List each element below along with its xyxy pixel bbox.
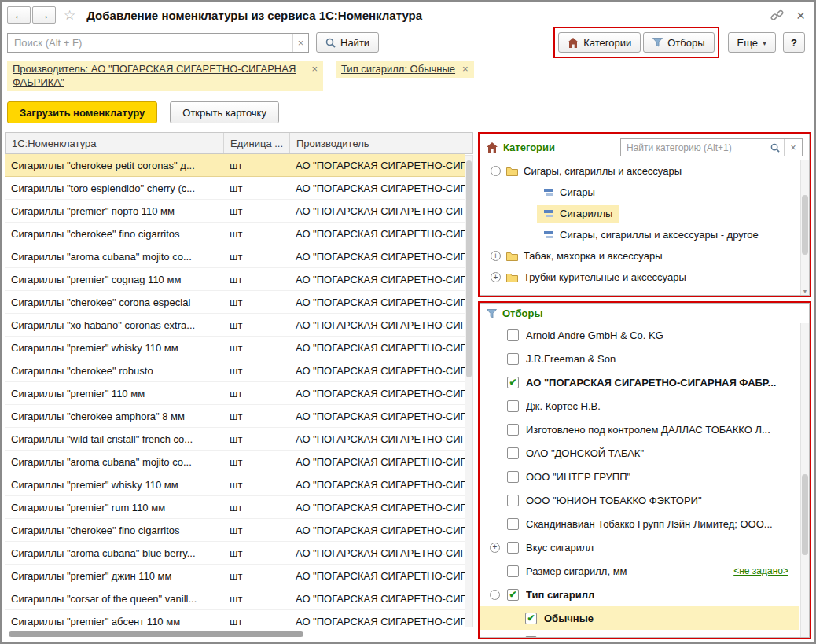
scrollbar-thumb[interactable]: [802, 195, 808, 254]
tree-group-row[interactable]: − Сигары, сигариллы и аксессуары: [480, 160, 799, 182]
checkbox[interactable]: [507, 518, 519, 530]
find-button[interactable]: Найти: [316, 32, 379, 53]
checkbox[interactable]: ✔: [507, 377, 519, 388]
folder-icon: [506, 273, 518, 282]
filters-toggle-button[interactable]: Отборы: [643, 32, 714, 53]
tree-leaf-row[interactable]: Сигариллы: [480, 203, 799, 224]
table-row[interactable]: Сигариллы "premier" whisky 110 мм шт АО …: [5, 473, 465, 496]
filter-row[interactable]: ✔ АО "ПОГАРСКАЯ СИГАРЕТНО-СИГАРНАЯ ФАБР.…: [480, 370, 799, 394]
table-row[interactable]: Сигариллы "cherokee" fino cigarritos шт …: [5, 519, 465, 542]
filter-row[interactable]: Скандинавиан Тобакко Групп Лэйн Лимитед;…: [480, 512, 799, 535]
category-icon: [544, 231, 553, 238]
expander-icon[interactable]: +: [491, 272, 501, 282]
back-button[interactable]: ←: [7, 6, 31, 24]
checkbox[interactable]: [507, 565, 519, 577]
filter-label: Размер сигарилл, мм: [526, 565, 627, 577]
favorite-star-icon[interactable]: ☆: [64, 7, 75, 24]
scrollbar-thumb[interactable]: [9, 631, 303, 637]
table-row[interactable]: Сигариллы "aroma cubana" mojito co... шт…: [5, 245, 465, 268]
load-nomenclature-button[interactable]: Загрузить номенклатуру: [7, 101, 157, 123]
table-row[interactable]: Сигариллы "aroma cubana" mojito co... шт…: [5, 451, 465, 473]
tree-leaf-row[interactable]: Сигары, сигариллы и аксессуары - другое: [480, 224, 799, 245]
more-button[interactable]: Еще ▾: [728, 32, 776, 53]
checkbox[interactable]: [507, 495, 519, 506]
close-button[interactable]: ×: [796, 8, 805, 23]
category-search-icon[interactable]: [766, 139, 784, 156]
checkbox[interactable]: ✔: [525, 613, 537, 624]
checkbox[interactable]: [507, 400, 519, 412]
column-header-unit[interactable]: Единица ...: [224, 133, 290, 153]
filter-row[interactable]: Arnold Andre GmbH & Co. KG: [480, 323, 799, 347]
filter-row[interactable]: J.R.Freeman & Son: [480, 347, 799, 370]
forward-button[interactable]: →: [32, 6, 56, 24]
expander-icon[interactable]: +: [490, 543, 500, 553]
filter-row[interactable]: − ✔ Тип сигарилл: [480, 583, 799, 606]
table-row[interactable]: Сигариллы "toro esplendido" cherry (с...…: [5, 177, 465, 200]
filter-row[interactable]: Размер сигарилл, мм <не задано>: [480, 559, 799, 583]
scrollbar-thumb[interactable]: [466, 160, 472, 377]
table-row[interactable]: Сигариллы "premier" rum 110 мм шт АО "ПО…: [5, 496, 465, 519]
table-row[interactable]: Сигариллы "premier" whisky 110 мм шт АО …: [5, 337, 465, 359]
filter-row[interactable]: С мундштуком: [480, 630, 799, 637]
tree-group-row[interactable]: + Трубки курительные и аксессуары: [480, 267, 799, 288]
cell-unit: шт: [223, 451, 289, 473]
filter-row[interactable]: + Вкус сигарилл: [480, 535, 799, 559]
checkbox[interactable]: [525, 636, 537, 638]
open-card-button[interactable]: Открыть карточку: [170, 101, 279, 123]
help-button[interactable]: ?: [783, 32, 805, 53]
table-row[interactable]: Сигариллы "cherokee petit coronas" д... …: [5, 154, 465, 177]
link-icon[interactable]: [770, 9, 784, 22]
filter-row[interactable]: ООО "ЮНИОН ТОБАККО ФЭКТОРИ": [480, 488, 799, 512]
vertical-scrollbar[interactable]: ▼: [800, 160, 809, 295]
table-row[interactable]: Сигариллы "cherokee amphora" 8 мм шт АО …: [5, 405, 465, 428]
category-search-clear-button[interactable]: ×: [784, 139, 802, 156]
chip-cigarillo-type: Тип сигарилл: Обычные ×: [336, 61, 474, 78]
table-row[interactable]: Сигариллы "corsar of the queen" vanill..…: [5, 587, 465, 610]
checkbox[interactable]: [507, 424, 519, 436]
filter-row[interactable]: Изготовлено под контролем ДАЛЛАС ТОБАККО…: [480, 418, 799, 441]
category-search-input[interactable]: [621, 139, 766, 156]
table-row[interactable]: Сигариллы "premier" 110 мм шт АО "ПОГАРС…: [5, 382, 465, 405]
scrollbar-thumb[interactable]: [802, 474, 808, 556]
filter-row[interactable]: Дж. Кортес Н.В.: [480, 394, 799, 418]
checkbox[interactable]: [507, 542, 519, 554]
checkbox[interactable]: [507, 471, 519, 483]
search-input[interactable]: [8, 34, 292, 52]
expander-icon[interactable]: +: [491, 251, 501, 261]
checkbox[interactable]: ✔: [507, 589, 519, 601]
tree-leaf-row[interactable]: Сигары: [480, 182, 799, 203]
table-row[interactable]: Сигариллы "cherokee" corona especial шт …: [5, 291, 465, 314]
vertical-scrollbar[interactable]: [800, 323, 809, 637]
column-header-manufacturer[interactable]: Производитель: [290, 133, 472, 153]
table-row[interactable]: Сигариллы "premier" джин 110 мм шт АО "П…: [5, 565, 465, 587]
table-row[interactable]: Сигариллы "aroma cubana" blue berry... ш…: [5, 542, 465, 565]
expander-icon[interactable]: −: [490, 590, 500, 600]
vertical-scrollbar[interactable]: [465, 155, 473, 627]
categories-toggle-button[interactable]: Категории: [558, 32, 641, 53]
column-header-nomenclature[interactable]: 1С:Номенклатура: [6, 133, 224, 153]
filter-row[interactable]: ОАО "ДОНСКОЙ ТАБАК": [480, 441, 799, 465]
scroll-down-icon[interactable]: ▼: [801, 289, 809, 294]
table-row[interactable]: Сигариллы "premier" абсент 110 мм шт АО …: [5, 610, 465, 628]
tree-group-row[interactable]: + Табак, махорка и аксессуары: [480, 245, 799, 267]
chip-remove-icon[interactable]: ×: [462, 62, 469, 75]
table-row[interactable]: Сигариллы "xo habano" coronas extra... ш…: [5, 314, 465, 337]
table-row[interactable]: Сигариллы "wild tail cristall" french co…: [5, 428, 465, 451]
not-set-link[interactable]: <не задано>: [733, 565, 799, 576]
filter-row[interactable]: ✔ Обычные: [480, 606, 799, 630]
checkbox[interactable]: [507, 353, 519, 365]
checkbox[interactable]: [507, 329, 519, 341]
chip-remove-icon[interactable]: ×: [311, 62, 318, 75]
checkbox[interactable]: [507, 447, 519, 459]
table-row[interactable]: Сигариллы "premier" порто 110 мм шт АО "…: [5, 200, 465, 223]
table-row[interactable]: Сигариллы "premier" cognag 110 мм шт АО …: [5, 268, 465, 291]
filter-row[interactable]: ООО "ИНТЕР ГРУПП": [480, 465, 799, 488]
chip-manufacturer-link[interactable]: Производитель: АО "ПОГАРСКАЯ СИГАРЕТНО-С…: [13, 62, 304, 89]
search-clear-button[interactable]: ×: [292, 34, 308, 52]
cell-manufacturer: АО "ПОГАРСКАЯ СИГАРЕТНО-СИГ...: [289, 154, 465, 176]
table-row[interactable]: Сигариллы "cherokee" robusto шт АО "ПОГА…: [5, 359, 465, 382]
expander-icon[interactable]: −: [491, 166, 501, 176]
horizontal-scrollbar[interactable]: [5, 629, 473, 639]
table-row[interactable]: Сигариллы "cherokee" fino cigarritos шт …: [5, 223, 465, 245]
chip-cigarillo-type-link[interactable]: Тип сигарилл: Обычные: [341, 62, 455, 75]
